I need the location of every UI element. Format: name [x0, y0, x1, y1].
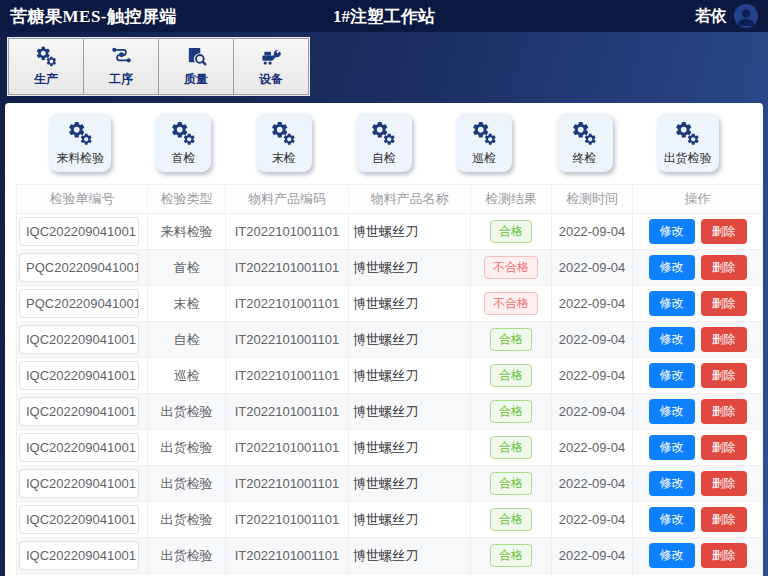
top-header: 苦糖果MES-触控屏端 1#注塑工作站 若依	[0, 0, 768, 32]
delete-button[interactable]: 删除	[701, 507, 747, 532]
equipment-tools-icon	[260, 45, 283, 68]
inspection-button-last-inspection[interactable]: 末检	[256, 113, 312, 172]
content-panel: 来料检验首检末检自检巡检终检出货检验 检验单编号检验类型物料产品编码物料产品名称…	[5, 103, 763, 576]
result-badge: 不合格	[484, 256, 538, 278]
time-cell: 2022-09-04	[552, 250, 633, 286]
edit-button[interactable]: 修改	[649, 291, 695, 316]
gears-icon	[674, 120, 701, 147]
column-header-result: 检测结果	[471, 185, 552, 214]
edit-button[interactable]: 修改	[649, 435, 695, 460]
inspection-type-cell: 巡检	[148, 358, 226, 394]
toolbar-button-process[interactable]: 工序	[84, 38, 159, 95]
inspection-button-label: 自检	[372, 150, 396, 167]
result-badge: 合格	[490, 220, 532, 242]
time-cell: 2022-09-04	[552, 214, 633, 250]
table-row: PQC202209041001首检IT2022101001101博世螺丝刀不合格…	[17, 250, 763, 286]
table-row: PQC202209041001末检IT2022101001101博世螺丝刀不合格…	[17, 286, 763, 322]
time-cell: 2022-09-04	[552, 394, 633, 430]
product-name-cell: 博世螺丝刀	[349, 538, 471, 574]
toolbar-button-quality[interactable]: 质量	[159, 38, 234, 95]
inspection-button-first-inspection[interactable]: 首检	[155, 113, 211, 172]
order-no-cell: IQC202209041001	[19, 397, 139, 426]
production-gears-icon	[35, 45, 58, 68]
table-row: IQC202209041001巡检IT2022101001101博世螺丝刀合格2…	[17, 358, 763, 394]
edit-button[interactable]: 修改	[649, 327, 695, 352]
gears-icon	[571, 120, 598, 147]
edit-button[interactable]: 修改	[649, 255, 695, 280]
inspection-type-cell: 出货检验	[148, 466, 226, 502]
gears-icon	[67, 120, 94, 147]
inspection-button-self-inspection[interactable]: 自检	[356, 113, 412, 172]
gears-icon	[270, 120, 297, 147]
edit-button[interactable]: 修改	[649, 399, 695, 424]
inspection-type-cell: 出货检验	[148, 502, 226, 538]
time-cell: 2022-09-04	[552, 322, 633, 358]
product-code-cell: IT2022101001101	[226, 286, 349, 322]
inspection-table: 检验单编号检验类型物料产品编码物料产品名称检测结果检测时间操作 IQC20220…	[16, 184, 763, 576]
order-no-cell: IQC202209041001	[19, 217, 139, 246]
product-name-cell: 博世螺丝刀	[349, 430, 471, 466]
toolbar-button-equipment[interactable]: 设备	[234, 38, 309, 95]
delete-button[interactable]: 删除	[701, 543, 747, 568]
inspection-type-cell: 自检	[148, 322, 226, 358]
table-row: IQC202209041001出货检验IT2022101001101博世螺丝刀合…	[17, 394, 763, 430]
delete-button[interactable]: 删除	[701, 255, 747, 280]
edit-button[interactable]: 修改	[649, 507, 695, 532]
time-cell: 2022-09-04	[552, 502, 633, 538]
delete-button[interactable]: 删除	[701, 363, 747, 388]
inspection-button-label: 来料检验	[56, 150, 104, 167]
product-code-cell: IT2022101001101	[226, 322, 349, 358]
inspection-button-label: 出货检验	[664, 150, 712, 167]
inspection-button-final-inspection[interactable]: 终检	[557, 113, 613, 172]
delete-button[interactable]: 删除	[701, 291, 747, 316]
table-row: IQC202209041001来料检验IT2022101001101博世螺丝刀合…	[17, 214, 763, 250]
product-name-cell: 博世螺丝刀	[349, 358, 471, 394]
gears-icon	[471, 120, 498, 147]
inspection-type-cell: 出货检验	[148, 538, 226, 574]
inspection-button-label: 首检	[171, 150, 195, 167]
station-title: 1#注塑工作站	[333, 5, 435, 28]
edit-button[interactable]: 修改	[649, 363, 695, 388]
inspection-type-cell: 来料检验	[148, 214, 226, 250]
inspection-button-row: 来料检验首检末检自检巡检终检出货检验	[5, 103, 763, 176]
user-area: 若依	[695, 4, 758, 28]
delete-button[interactable]: 删除	[701, 327, 747, 352]
edit-button[interactable]: 修改	[649, 471, 695, 496]
product-code-cell: IT2022101001101	[226, 394, 349, 430]
inspection-type-cell: 出货检验	[148, 430, 226, 466]
username[interactable]: 若依	[695, 6, 727, 27]
product-code-cell: IT2022101001101	[226, 430, 349, 466]
toolbar-button-label: 质量	[184, 71, 208, 88]
main-toolbar: 生产工序质量设备	[8, 38, 309, 95]
gears-icon	[170, 120, 197, 147]
delete-button[interactable]: 删除	[701, 399, 747, 424]
inspection-type-cell: 末检	[148, 286, 226, 322]
column-header-time: 检测时间	[552, 185, 633, 214]
delete-button[interactable]: 删除	[701, 471, 747, 496]
inspection-button-incoming-inspection[interactable]: 来料检验	[49, 113, 111, 172]
inspection-type-cell: 出货检验	[148, 394, 226, 430]
inspection-type-cell: 首检	[148, 250, 226, 286]
toolbar-button-production[interactable]: 生产	[8, 38, 84, 95]
delete-button[interactable]: 删除	[701, 435, 747, 460]
inspection-button-shipment-inspection[interactable]: 出货检验	[657, 113, 719, 172]
order-no-cell: IQC202209041001	[19, 505, 139, 534]
inspection-button-label: 终检	[573, 150, 597, 167]
order-no-cell: PQC202209041001	[19, 253, 139, 282]
order-no-cell: IQC202209041001	[19, 361, 139, 390]
order-no-cell: IQC202209041001	[19, 541, 139, 570]
order-no-cell: IQC202209041001	[19, 325, 139, 354]
result-badge: 合格	[490, 400, 532, 422]
user-avatar-icon[interactable]	[734, 4, 758, 28]
edit-button[interactable]: 修改	[649, 543, 695, 568]
edit-button[interactable]: 修改	[649, 219, 695, 244]
product-name-cell: 博世螺丝刀	[349, 466, 471, 502]
order-no-cell: IQC202209041001	[19, 433, 139, 462]
time-cell: 2022-09-04	[552, 466, 633, 502]
inspection-button-label: 巡检	[472, 150, 496, 167]
delete-button[interactable]: 删除	[701, 219, 747, 244]
result-badge: 合格	[490, 436, 532, 458]
column-header-product-name: 物料产品名称	[349, 185, 471, 214]
toolbar-button-label: 设备	[259, 71, 283, 88]
inspection-button-patrol-inspection[interactable]: 巡检	[456, 113, 512, 172]
